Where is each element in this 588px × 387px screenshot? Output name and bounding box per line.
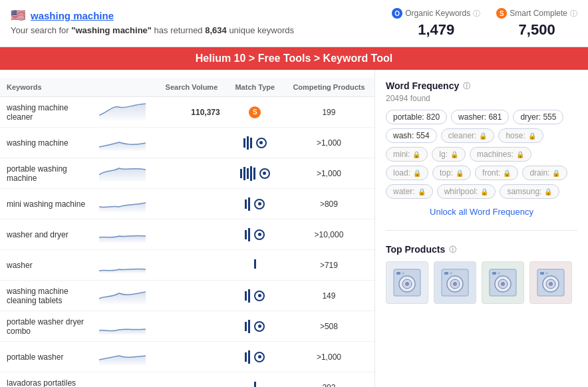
- word-frequency-tag[interactable]: lg:🔒: [432, 147, 466, 162]
- match-organic-icon: [254, 229, 265, 240]
- search-volume-cell: [156, 311, 227, 342]
- col-keywords: Keywords: [0, 78, 92, 97]
- search-volume-cell: [156, 250, 227, 281]
- word-frequency-tag[interactable]: samsung:🔒: [500, 184, 559, 199]
- match-organic-icon: [256, 138, 267, 148]
- match-smart-icon: S: [249, 106, 261, 118]
- word-frequency-tag[interactable]: cleaner:🔒: [441, 128, 495, 143]
- smart-complete-metric: S Smart Complete ⓘ 7,500: [496, 8, 577, 39]
- organic-label: O Organic Keywords ⓘ: [392, 8, 480, 19]
- keyword-name: lavadoras portatiles para apartamentos: [0, 372, 92, 388]
- top-products-info-icon[interactable]: ⓘ: [449, 245, 456, 255]
- sparkline-cell: [92, 219, 156, 250]
- top-products-title: Top Products ⓘ: [386, 244, 577, 255]
- product-thumbnail[interactable]: [386, 261, 428, 304]
- svg-rect-23: [545, 272, 548, 275]
- svg-rect-17: [498, 272, 500, 275]
- product-thumbnail[interactable]: [482, 261, 524, 304]
- col-match-type: Match Type: [227, 78, 283, 97]
- product-thumbnail[interactable]: [529, 261, 572, 304]
- competing-products-cell: >719: [283, 250, 374, 281]
- competing-products-cell: >1,000: [283, 158, 374, 189]
- word-frequency-tag[interactable]: drain:🔒: [522, 166, 567, 180]
- search-volume-cell: 110,373: [156, 97, 227, 128]
- table-row: washer and dryer >10,000: [0, 219, 374, 250]
- word-frequency-tag[interactable]: dryer: 555: [513, 110, 563, 124]
- top-bar-left: 🇺🇸 washing machine Your search for "wash…: [11, 8, 294, 35]
- match-organic-icon: [254, 352, 265, 362]
- word-frequency-tag[interactable]: hose:🔒: [498, 128, 543, 143]
- organic-info-icon[interactable]: ⓘ: [473, 9, 480, 19]
- sparkline-cell: [92, 281, 156, 311]
- search-volume-cell: [156, 281, 227, 311]
- word-frequency-tag[interactable]: top:🔒: [432, 166, 471, 180]
- sparkline-cell: [92, 97, 156, 128]
- smart-value: 7,500: [519, 21, 555, 39]
- sparkline-cell: [92, 189, 156, 219]
- table-header-row: Keywords Search Volume Match Type Compet…: [0, 78, 374, 97]
- svg-rect-10: [444, 272, 448, 275]
- sparkline-cell: [92, 311, 156, 342]
- svg-rect-16: [492, 272, 496, 275]
- competing-products-cell: >809: [283, 189, 374, 219]
- competing-products-cell: 199: [283, 97, 374, 128]
- search-description: Your search for "washing machine" has re…: [11, 25, 294, 35]
- search-volume-cell: [156, 219, 227, 250]
- word-freq-info-icon[interactable]: ⓘ: [463, 81, 470, 91]
- match-type-cell: [227, 311, 283, 342]
- unlock-word-frequency-link[interactable]: Unlock all Word Frequency: [386, 207, 577, 217]
- smart-info-icon[interactable]: ⓘ: [570, 9, 577, 19]
- table-row: washing machine >1,000: [0, 128, 374, 158]
- keyword-name: mini washing machine: [0, 189, 92, 219]
- sparkline-cell: [92, 372, 156, 388]
- competing-products-cell: >1,000: [283, 128, 374, 158]
- divider: [386, 230, 577, 231]
- sparkline-cell: [92, 250, 156, 281]
- svg-rect-22: [540, 272, 544, 275]
- svg-rect-5: [402, 272, 404, 275]
- smart-icon: S: [496, 8, 507, 19]
- search-volume-cell: [156, 189, 227, 219]
- word-frequency-tag[interactable]: wash: 554: [386, 128, 437, 143]
- word-frequency-tag[interactable]: load:🔒: [386, 166, 428, 180]
- svg-rect-4: [396, 272, 400, 275]
- match-type-cell: [227, 342, 283, 372]
- svg-rect-11: [450, 272, 452, 275]
- word-frequency-tag[interactable]: mini:🔒: [386, 147, 428, 162]
- search-keyword[interactable]: washing machine: [31, 10, 114, 21]
- col-competing: Competing Products: [283, 78, 374, 97]
- match-organic-icon: [254, 291, 265, 301]
- table-row: washing machine cleaner 110,373 S 199: [0, 97, 374, 128]
- svg-point-9: [453, 282, 457, 286]
- match-organic-icon: [254, 199, 265, 209]
- word-frequency-tag[interactable]: machines:🔒: [470, 147, 531, 162]
- search-volume-cell: [156, 342, 227, 372]
- word-frequency-tag[interactable]: portable: 820: [386, 110, 447, 124]
- svg-point-15: [501, 282, 505, 286]
- word-frequency-tag[interactable]: washer: 681: [451, 110, 509, 124]
- word-frequency-section: Word Frequency ⓘ 20494 found portable: 8…: [386, 80, 577, 217]
- search-title: 🇺🇸 washing machine: [11, 8, 294, 23]
- organic-keywords-metric: O Organic Keywords ⓘ 1,479: [392, 8, 480, 39]
- product-thumbnail[interactable]: [434, 261, 476, 304]
- table-row: lavadoras portatiles para apartamentos 2…: [0, 372, 374, 388]
- competing-products-cell: 202: [283, 372, 374, 388]
- table-row: washing machine cleaning tablets 149: [0, 281, 374, 311]
- word-frequency-tag[interactable]: whirlpool:🔒: [437, 184, 496, 199]
- match-type-cell: [227, 219, 283, 250]
- competing-products-cell: >1,000: [283, 342, 374, 372]
- match-type-cell: S: [227, 97, 283, 128]
- flag-icon: 🇺🇸: [11, 8, 25, 23]
- table-row: mini washing machine >809: [0, 189, 374, 219]
- sparkline-cell: [92, 342, 156, 372]
- word-frequency-tag[interactable]: front:🔒: [475, 166, 518, 180]
- keyword-name: portable washing machine: [0, 158, 92, 189]
- match-type-cell: [227, 281, 283, 311]
- match-organic-icon: [254, 321, 265, 332]
- word-frequency-tag[interactable]: water:🔒: [386, 184, 433, 199]
- table-row: portable washer >1,000: [0, 342, 374, 372]
- keyword-name: washing machine: [0, 128, 92, 158]
- svg-point-3: [405, 282, 409, 286]
- sparkline-cell: [92, 128, 156, 158]
- svg-point-21: [549, 282, 553, 286]
